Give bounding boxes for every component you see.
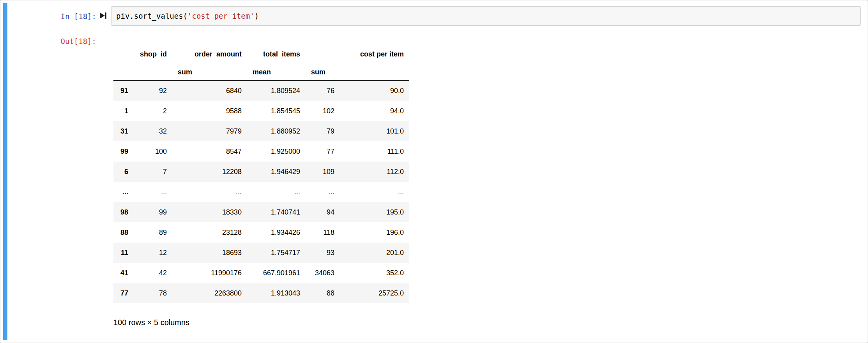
- agg-header: [340, 64, 409, 81]
- cell: 1.925000: [247, 141, 306, 162]
- cell: 88: [306, 283, 340, 303]
- agg-header: [134, 64, 172, 81]
- cell: 7979: [172, 121, 247, 141]
- agg-header: sum: [306, 64, 340, 81]
- dataframe-header: shop_idorder_amounttotal_itemscost per i…: [113, 44, 409, 81]
- cell: 2: [134, 101, 172, 121]
- cell: 12: [134, 243, 172, 263]
- column-header: total_items: [247, 44, 306, 64]
- row-index: 91: [113, 81, 134, 101]
- row-index: 6: [113, 162, 134, 182]
- cell: ...: [247, 182, 306, 202]
- cell: 100: [134, 141, 172, 162]
- code-text-post: ): [255, 12, 259, 20]
- cell: ...: [306, 182, 340, 202]
- selected-cell-indicator[interactable]: [3, 3, 7, 340]
- cell: 25725.0: [340, 283, 409, 303]
- table-row: 9899183301.74074194195.0: [113, 202, 409, 222]
- row-index: 98: [113, 202, 134, 222]
- cell: 18330: [172, 202, 247, 222]
- cell: 42: [134, 263, 172, 283]
- cell: 7: [134, 162, 172, 182]
- cell: 99: [134, 202, 172, 222]
- table-row: 1112186931.75471793201.0: [113, 243, 409, 263]
- table-row: 1295881.85454510294.0: [113, 101, 409, 121]
- cell: 6840: [172, 81, 247, 101]
- cell: ...: [340, 182, 409, 202]
- row-index: 11: [113, 243, 134, 263]
- cell: 1.809524: [247, 81, 306, 101]
- row-index: 77: [113, 283, 134, 303]
- cell: 11990176: [172, 263, 247, 283]
- table-row: 313279791.88095279101.0: [113, 121, 409, 141]
- cell: 1.740741: [247, 202, 306, 222]
- cell: 94.0: [340, 101, 409, 121]
- index-header-blank: [113, 44, 134, 64]
- cell: 12208: [172, 162, 247, 182]
- cell: 111.0: [340, 141, 409, 162]
- agg-header: mean: [247, 64, 306, 81]
- agg-header: sum: [172, 64, 247, 81]
- code-string-literal: 'cost per item': [187, 12, 255, 20]
- cell: 102: [306, 101, 340, 121]
- input-prompt: In [18]:: [8, 12, 96, 21]
- row-index: ...: [113, 182, 134, 202]
- cell: 101.0: [340, 121, 409, 141]
- cell: 1.754717: [247, 243, 306, 263]
- cell-output: shop_idorder_amounttotal_itemscost per i…: [113, 44, 409, 327]
- cell: 2263800: [172, 283, 247, 303]
- cell: 76: [306, 81, 340, 101]
- cell: 79: [306, 121, 340, 141]
- row-index: 31: [113, 121, 134, 141]
- table-row: 67122081.946429109112.0: [113, 162, 409, 182]
- cell: 32: [134, 121, 172, 141]
- output-prompt: Out[18]:: [8, 37, 96, 46]
- row-index: 41: [113, 263, 134, 283]
- cell: 109: [306, 162, 340, 182]
- table-row: 9910085471.92500077111.0: [113, 141, 409, 162]
- cell: 23128: [172, 222, 247, 243]
- run-to-end-icon[interactable]: [99, 11, 107, 20]
- cell: 94: [306, 202, 340, 222]
- column-header: [306, 44, 340, 64]
- cell: 9588: [172, 101, 247, 121]
- cell: ...: [134, 182, 172, 202]
- index-subheader-blank: [113, 64, 134, 81]
- column-header: shop_id: [134, 44, 172, 64]
- column-header: order_amount: [172, 44, 247, 64]
- cell: 195.0: [340, 202, 409, 222]
- cell: 352.0: [340, 263, 409, 283]
- dataframe-dimensions: 100 rows × 5 columns: [113, 318, 409, 327]
- table-row: 8889231281.934426118196.0: [113, 222, 409, 243]
- table-row: 414211990176667.90196134063352.0: [113, 263, 409, 283]
- cell: 78: [134, 283, 172, 303]
- row-index: 1: [113, 101, 134, 121]
- code-text-pre: piv.sort_values(: [116, 12, 187, 20]
- cell: 667.901961: [247, 263, 306, 283]
- cell: 18693: [172, 243, 247, 263]
- dataframe-body: 919268401.8095247690.01295881.8545451029…: [113, 81, 409, 303]
- dataframe-table: shop_idorder_amounttotal_itemscost per i…: [113, 44, 409, 303]
- cell: 1.946429: [247, 162, 306, 182]
- code-line: piv.sort_values('cost per item'): [116, 11, 856, 21]
- cell: 1.854545: [247, 101, 306, 121]
- cell: 201.0: [340, 243, 409, 263]
- row-index: 99: [113, 141, 134, 162]
- cell: 77: [306, 141, 340, 162]
- row-index: 88: [113, 222, 134, 243]
- cell: 1.880952: [247, 121, 306, 141]
- cell: 8547: [172, 141, 247, 162]
- table-row: 919268401.8095247690.0: [113, 81, 409, 101]
- notebook-area: In [18]: piv.sort_values('cost per item'…: [0, 0, 868, 343]
- code-editor[interactable]: piv.sort_values('cost per item'): [111, 6, 861, 26]
- cell: 1.934426: [247, 222, 306, 243]
- cell: 1.913043: [247, 283, 306, 303]
- cell: 90.0: [340, 81, 409, 101]
- cell: 118: [306, 222, 340, 243]
- cell: 93: [306, 243, 340, 263]
- cell: ...: [172, 182, 247, 202]
- cell: 34063: [306, 263, 340, 283]
- cell: 92: [134, 81, 172, 101]
- cell: 112.0: [340, 162, 409, 182]
- cell: 89: [134, 222, 172, 243]
